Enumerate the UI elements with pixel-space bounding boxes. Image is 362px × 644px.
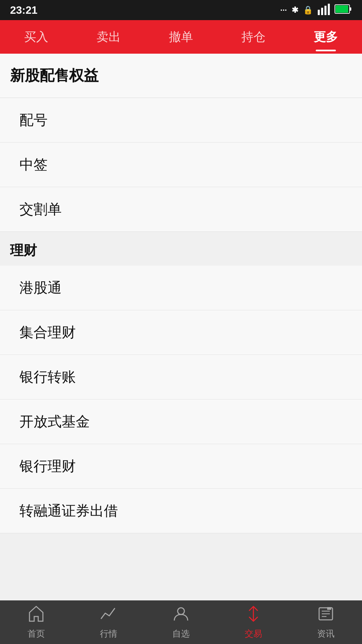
status-icons: ··· ✱ 🔒 [280,3,352,17]
nav-news-label: 资讯 [317,628,335,640]
section-title-new-stock[interactable]: 新股配售权益 [0,54,362,98]
market-icon [100,605,117,625]
nav-item-home[interactable]: 首页 [27,605,45,640]
bluetooth-icon: ✱ [292,5,298,15]
nav-trade-label: 交易 [245,628,262,640]
menu-item-kai-fang-ji-jin[interactable]: 开放式基金 [0,399,362,444]
svg-rect-0 [318,10,320,15]
nav-item-news[interactable]: 资讯 [317,605,335,640]
menu-item-jiao-ge-dan[interactable]: 交割单 [0,187,362,232]
more-icon: ··· [280,5,287,15]
lock-icon: 🔒 [303,5,313,15]
news-icon [317,605,335,625]
section-header-finance: 理财 [0,232,362,266]
menu-item-zhong-qian[interactable]: 中签 [0,143,362,187]
tab-hold[interactable]: 持仓 [235,25,272,49]
menu-item-pei-hao[interactable]: 配号 [0,98,362,143]
svg-rect-13 [327,607,331,610]
signal-icon [318,3,330,17]
top-tab-bar: 买入 卖出 撤单 持仓 更多 [0,20,362,54]
menu-item-yin-hang-li-cai[interactable]: 银行理财 [0,444,362,489]
nav-home-label: 首页 [27,628,45,640]
watchlist-icon [172,605,190,625]
tab-buy[interactable]: 买入 [17,25,55,49]
svg-point-7 [178,608,184,614]
svg-rect-6 [336,5,348,13]
bottom-nav: 首页 行情 自选 交易 [0,600,362,644]
tab-more[interactable]: 更多 [307,25,345,49]
nav-market-label: 行情 [100,628,117,640]
content-area: 新股配售权益 配号 中签 交割单 理财 港股通 集合理财 银行转账 开放式基金 … [0,54,362,600]
status-bar: 23:21 ··· ✱ 🔒 [0,0,362,20]
nav-item-market[interactable]: 行情 [100,605,117,640]
nav-item-trade[interactable]: 交易 [245,605,262,640]
tab-cancel[interactable]: 撤单 [162,25,200,49]
menu-item-ji-he-li-cai[interactable]: 集合理财 [0,310,362,355]
home-icon [27,605,45,625]
nav-watchlist-label: 自选 [172,628,190,640]
tab-sell[interactable]: 卖出 [90,25,127,49]
menu-list: 新股配售权益 配号 中签 交割单 理财 港股通 集合理财 银行转账 开放式基金 … [0,54,362,533]
menu-item-yin-hang-zhuan-zhang[interactable]: 银行转账 [0,355,362,399]
nav-item-watchlist[interactable]: 自选 [172,605,190,640]
menu-item-zhuan-rong-tong[interactable]: 转融通证券出借 [0,489,362,533]
battery-icon [335,4,352,16]
menu-item-gang-gu-tong[interactable]: 港股通 [0,266,362,310]
status-time: 23:21 [10,4,38,16]
svg-rect-1 [321,8,323,15]
trade-icon [245,605,262,625]
svg-rect-5 [350,7,351,11]
svg-rect-3 [328,4,330,15]
svg-rect-2 [324,6,326,15]
